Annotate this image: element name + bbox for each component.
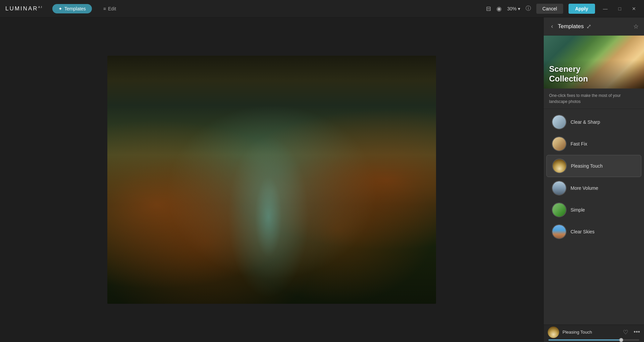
- heart-icon: ♡: [623, 329, 628, 336]
- edit-icon: ≡: [103, 6, 106, 11]
- sidebar-star-button[interactable]: ☆: [633, 23, 639, 30]
- topbar: LUMINARAI ✦ Templates ≡ Edit ⊟ ◉ 30% ▾ ⓘ…: [0, 0, 644, 17]
- zoom-value: 30%: [507, 6, 517, 11]
- compare-split-button[interactable]: ⊟: [486, 5, 491, 12]
- cancel-button[interactable]: Cancel: [536, 4, 563, 14]
- image-area: [0, 17, 543, 342]
- bottom-thumb: [548, 327, 559, 338]
- template-item-pleasing-touch[interactable]: Pleasing Touch: [546, 155, 641, 177]
- template-thumb-clear-skies: [552, 224, 567, 239]
- collection-card-overlay: Scenery Collection: [544, 60, 644, 89]
- minimize-button[interactable]: —: [600, 5, 610, 13]
- bottom-heart-button[interactable]: ♡: [623, 329, 628, 336]
- eye-preview-button[interactable]: ◉: [496, 5, 502, 12]
- maximize-button[interactable]: □: [616, 5, 624, 13]
- edit-tab[interactable]: ≡ Edit: [97, 4, 122, 13]
- template-item-more-volume[interactable]: More Volume: [546, 177, 641, 199]
- template-item-clear-skies[interactable]: Clear Skies: [546, 221, 641, 242]
- more-icon: •••: [634, 329, 640, 335]
- intensity-fill: [548, 339, 621, 341]
- sidebar-expand-button[interactable]: ⤢: [586, 23, 591, 30]
- template-thumb-fast-fix: [552, 136, 567, 151]
- template-name-fast-fix: Fast Fix: [571, 141, 587, 147]
- info-icon: ⓘ: [526, 5, 531, 11]
- template-item-fast-fix[interactable]: Fast Fix: [546, 133, 641, 155]
- template-thumb-more-volume: [552, 181, 567, 195]
- bottom-bar-content: Pleasing Touch ♡ •••: [548, 327, 640, 341]
- template-thumb-clear-sharp: [552, 115, 567, 129]
- back-button[interactable]: ‹: [549, 22, 555, 31]
- sidebar-title: Templates: [558, 23, 584, 30]
- templates-icon: ✦: [58, 6, 62, 11]
- eye-icon: ◉: [496, 5, 502, 12]
- bottom-bar: Pleasing Touch ♡ •••: [544, 325, 644, 342]
- templates-tab[interactable]: ✦ Templates: [52, 4, 92, 13]
- intensity-slider[interactable]: [548, 339, 639, 341]
- collection-description: One-click fixes to make the most of your…: [544, 89, 644, 109]
- sidebar-header: ‹ Templates ⤢ ☆: [544, 17, 644, 36]
- collection-card: Scenery Collection: [544, 36, 644, 89]
- intensity-knob[interactable]: [619, 338, 623, 342]
- compare-split-icon: ⊟: [486, 5, 491, 12]
- expand-icon: ⤢: [586, 23, 591, 30]
- info-button[interactable]: ⓘ: [526, 5, 531, 12]
- template-name-pleasing-touch: Pleasing Touch: [571, 163, 603, 169]
- main-photo: [107, 56, 436, 304]
- chevron-down-icon: ▾: [518, 6, 520, 11]
- template-item-simple[interactable]: Simple: [546, 199, 641, 221]
- template-name-more-volume: More Volume: [571, 185, 598, 191]
- bottom-row2: [548, 339, 640, 341]
- template-name-clear-skies: Clear Skies: [571, 229, 595, 234]
- apply-button[interactable]: Apply: [569, 4, 595, 14]
- template-list: Clear & Sharp Fast Fix Pleasing Touch Mo…: [544, 109, 644, 325]
- bottom-row1: Pleasing Touch ♡ •••: [548, 327, 640, 338]
- main-area: ‹ Templates ⤢ ☆ Scenery Collection One-c…: [0, 17, 644, 342]
- topbar-controls: ⊟ ◉ 30% ▾ ⓘ Cancel Apply — □ ✕: [486, 4, 639, 14]
- sidebar: ‹ Templates ⤢ ☆ Scenery Collection One-c…: [543, 17, 644, 342]
- template-thumb-simple: [552, 203, 567, 217]
- template-name-simple: Simple: [571, 207, 585, 213]
- bottom-more-button[interactable]: •••: [634, 329, 640, 336]
- template-name-clear-sharp: Clear & Sharp: [571, 119, 600, 125]
- close-button[interactable]: ✕: [629, 5, 639, 13]
- collection-title: Scenery Collection: [549, 64, 639, 84]
- star-icon: ☆: [633, 23, 639, 30]
- app-logo: LUMINARAI: [5, 5, 43, 12]
- bottom-label: Pleasing Touch: [562, 330, 592, 335]
- zoom-selector[interactable]: 30% ▾: [507, 6, 520, 11]
- template-thumb-pleasing-touch: [552, 159, 567, 173]
- back-icon: ‹: [551, 23, 553, 30]
- template-item-clear-sharp[interactable]: Clear & Sharp: [546, 111, 641, 133]
